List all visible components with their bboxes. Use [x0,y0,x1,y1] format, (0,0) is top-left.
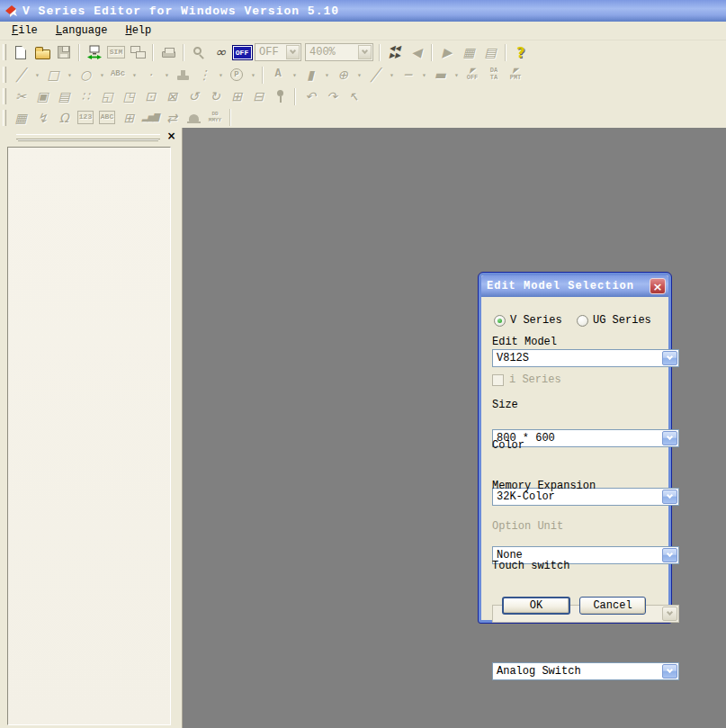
switch-part-button: ↯ [31,108,53,128]
line-style-icon: ╱ [372,68,379,81]
panel-close-button[interactable]: × [166,130,177,141]
line-width-dropdown: ▾ [418,65,429,85]
group-icon: ∷ [82,90,90,103]
v-series-radio[interactable]: V Series [494,314,562,327]
binoculars-icon: ∞ [215,46,227,59]
transfer-button[interactable] [84,42,105,62]
send-back-icon: ◳ [122,90,134,103]
p-mark-tool-dropdown: ▾ [247,65,258,85]
print-button [157,42,179,62]
toolbar-standard: SIM ∞ OFF OFF 400% ◀◀ ▶▶ ◀ ▶ ▦ ▤ ? [0,40,726,64]
off-overlap-button: ◤ OFF [462,65,483,85]
rect-tool-dropdown: ▾ [64,65,75,85]
bring-front-button: ◱ [96,86,118,106]
align-vertical-button: ⊟ [247,86,269,106]
bring-forward-icon: ⊡ [145,90,156,103]
off-overlap-icon: ◤ OFF [467,67,479,82]
toolbar-grip[interactable] [3,110,6,126]
edit-model-select[interactable]: V812S [492,349,679,367]
size-label: Size [492,399,656,411]
rectangle-icon: □ [47,68,58,81]
touch-switch-label: Touch switch [492,560,656,572]
screen-jump-icon: ◀◀ ▶▶ [390,45,400,59]
pmt-icon: ◤ PMT [510,67,522,82]
calc-part-button: ⊞ [118,108,139,128]
menu-file[interactable]: File [7,23,42,38]
ok-button[interactable]: OK [502,597,570,615]
help-button[interactable]: ? [510,42,532,62]
zoom-tool-button [188,42,210,62]
select-button: ↖ [343,86,364,106]
dropdown-arrow-icon[interactable] [662,548,677,562]
edit-model-dialog: Edit Model Selection × V Series UG Serie… [479,273,671,623]
toolbar-separator [229,109,231,126]
dialog-close-button[interactable]: × [650,278,666,294]
dropdown-arrow-icon[interactable] [662,431,677,445]
preview-button[interactable]: ∞ [210,42,231,62]
fill-color-dropdown: ▾ [451,65,462,85]
p-mark-icon: P [230,68,243,81]
touch-switch-select[interactable]: Analog Switch [492,662,679,680]
bring-front-icon: ◱ [101,90,112,103]
dropdown-arrow-icon[interactable] [662,351,677,365]
line-tool-button: ╱ [10,65,31,85]
menu-help-hotkey: H [125,24,131,37]
memory-expansion-label: Memory Expansion [492,480,656,492]
font-tool-dropdown: ▾ [289,65,300,85]
panel-grip[interactable] [16,134,160,139]
save-icon [58,46,70,58]
app-icon [4,4,18,18]
rect-tool-button: □ [42,65,64,85]
screen-jump-button[interactable]: ◀◀ ▶▶ [384,42,406,62]
ruler-icon: ⋮ [198,68,211,81]
printer-icon [162,51,175,58]
menu-language-hotkey: L [56,24,62,37]
network-icon [130,46,146,59]
ellipse-icon: ○ [80,68,91,81]
toolbar-separator [262,67,264,84]
screen-listbox[interactable] [7,147,171,725]
edit-model-value: V812S [497,352,529,364]
alarm-part-button [183,108,204,128]
menu-help[interactable]: Help [121,23,156,38]
dropdown-arrow-icon[interactable] [662,664,677,679]
dropdown-arrow-icon [358,45,372,59]
toolbar-separator [183,44,184,61]
off-bit-button[interactable]: OFF [231,42,253,62]
toolbar-grip[interactable] [3,67,6,83]
line-style-dropdown: ▾ [386,65,397,85]
line-width-icon: ─ [404,68,411,81]
zoom-level-value: 400% [309,46,336,58]
date-icon: DD MMYY [209,112,221,123]
cut-button: ✂ [10,86,31,106]
calculator-icon: ⊞ [123,112,134,124]
dropdown-arrow-icon[interactable] [662,490,677,504]
toolbar-grip[interactable] [3,44,6,60]
toolbar-grip[interactable] [3,88,6,104]
open-file-button[interactable] [31,42,53,62]
switch-icon: ↯ [37,112,48,124]
transfer-icon [86,45,103,60]
data-display-icon: DA TA [490,67,497,81]
cancel-button[interactable]: Cancel [579,597,646,615]
rotate-right-icon: ↻ [210,90,220,103]
toolbar-draw: ╱ ▾ □ ▾ ○ ▾ ABc ▾ · ▾ ⋮ ▾ P ▾ A ▾ ▮ ▾ ⊕ … [0,64,726,85]
app-window: V Series Editor for Windows Version 5.10… [0,0,726,728]
stamp-tool-button [172,65,193,85]
new-file-icon [15,46,26,59]
new-file-button[interactable] [10,42,31,62]
bell-icon [189,114,199,121]
toolbar-parts: ▦ ↯ Ω 123 ABC ⊞ ▂▅▇ ⇄ DD MMYY [0,107,726,128]
screen-list-button: ▤ [480,42,501,62]
line-width-button: ─ [397,65,418,85]
ug-series-radio[interactable]: UG Series [577,314,651,327]
toolbar-separator [78,44,80,61]
app-titlebar: V Series Editor for Windows Version 5.10 [0,0,726,22]
keypad-icon: ▦ [14,112,26,124]
font-icon: A [274,68,281,80]
text-tool-button: ABc [107,65,129,85]
menu-language[interactable]: Language [51,23,112,38]
ellipse-tool-button: ○ [75,65,96,85]
paste-button: ▤ [53,86,75,106]
globe-tool-button: ⊕ [332,65,354,85]
